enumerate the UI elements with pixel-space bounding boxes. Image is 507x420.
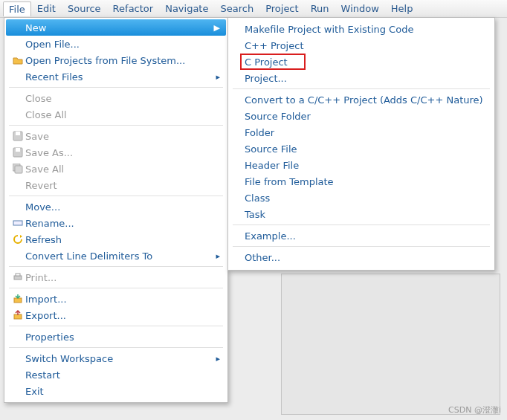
submenu-arrow-icon: ▸: [216, 354, 220, 364]
menu-item-save-as: Save As...: [4, 144, 227, 161]
menu-item-label: Header File: [245, 160, 487, 171]
menu-item-open-projects[interactable]: Open Projects from File System...: [4, 52, 227, 68]
submenu-item-cpp-project[interactable]: C++ Project: [228, 37, 494, 54]
menu-run[interactable]: Run: [305, 1, 335, 16]
file-menu-dropdown: New ▶ Open File... Open Projects from Fi…: [4, 17, 228, 403]
menubar: File Edit Source Refactor Navigate Searc…: [0, 0, 507, 18]
menu-item-close: Close: [4, 90, 227, 106]
svg-rect-6: [13, 221, 22, 225]
save-icon: [10, 131, 25, 141]
menu-separator: [233, 224, 490, 225]
menu-separator: [9, 196, 223, 196]
menu-item-label: Recent Files: [25, 71, 216, 83]
menu-item-restart[interactable]: Restart: [4, 366, 227, 383]
menu-item-label: Example...: [245, 230, 487, 242]
menu-separator: [9, 125, 223, 126]
menu-separator: [9, 326, 223, 326]
menu-item-new[interactable]: New ▶: [6, 19, 226, 36]
refresh-icon: [10, 234, 25, 245]
menu-separator: [233, 88, 490, 89]
menu-item-move[interactable]: Move...: [4, 198, 227, 215]
menu-item-label: Project...: [245, 73, 487, 84]
submenu-item-class[interactable]: Class: [228, 190, 494, 206]
menu-item-switch-workspace[interactable]: Switch Workspace ▸: [4, 350, 227, 366]
menu-item-label: Other...: [245, 252, 487, 263]
menu-item-label: Properties: [25, 332, 220, 343]
svg-rect-8: [16, 274, 20, 276]
menu-separator: [9, 266, 223, 267]
svg-rect-7: [14, 276, 22, 280]
submenu-item-source-file[interactable]: Source File: [228, 140, 494, 157]
save-as-icon: [10, 147, 25, 158]
svg-rect-1: [16, 132, 20, 135]
menu-navigate[interactable]: Navigate: [159, 1, 214, 16]
menu-separator: [233, 246, 490, 247]
menu-item-label: Revert: [25, 180, 220, 191]
submenu-item-folder[interactable]: Folder: [228, 124, 494, 140]
menu-item-label: Restart: [25, 369, 220, 381]
import-icon: [10, 294, 25, 304]
menu-item-label: New: [25, 22, 214, 33]
menu-item-rename[interactable]: Rename...: [4, 215, 227, 231]
menu-item-convert-delimiters[interactable]: Convert Line Delimiters To ▸: [4, 248, 227, 264]
menu-source[interactable]: Source: [62, 1, 107, 16]
menu-item-save-all: Save All: [4, 161, 227, 177]
menu-file[interactable]: File: [3, 1, 31, 16]
menu-item-label: Class: [245, 193, 487, 204]
menu-item-label: Open Projects from File System...: [25, 55, 220, 66]
editor-pane: [281, 274, 500, 415]
menu-item-label: Convert to a C/C++ Project (Adds C/C++ N…: [245, 94, 487, 106]
menu-item-refresh[interactable]: Refresh: [4, 231, 227, 248]
save-all-icon: [10, 164, 25, 174]
submenu-item-example[interactable]: Example...: [228, 227, 494, 244]
menu-item-label: Open File...: [25, 39, 220, 50]
submenu-item-source-folder[interactable]: Source Folder: [228, 108, 494, 124]
menu-item-label: Rename...: [25, 218, 220, 229]
menu-item-label: Task: [245, 209, 487, 220]
menu-item-label: Move...: [25, 201, 220, 213]
rename-icon: [10, 219, 25, 227]
submenu-item-convert-c[interactable]: Convert to a C/C++ Project (Adds C/C++ N…: [228, 91, 494, 108]
menu-item-revert: Revert: [4, 177, 227, 193]
folder-open-icon: [10, 56, 25, 65]
menu-item-open-file[interactable]: Open File...: [4, 36, 227, 52]
menu-item-label: Save As...: [25, 147, 220, 158]
menu-item-label: File from Template: [245, 176, 487, 187]
menu-item-save: Save: [4, 128, 227, 144]
submenu-arrow-icon: ▸: [216, 251, 220, 261]
menu-separator: [9, 347, 223, 348]
menu-window[interactable]: Window: [335, 1, 385, 16]
menu-item-label: Export...: [25, 310, 220, 321]
menu-item-import[interactable]: Import...: [4, 291, 227, 307]
menu-edit[interactable]: Edit: [31, 1, 62, 16]
menu-item-label: Convert Line Delimiters To: [25, 251, 216, 262]
menu-item-properties[interactable]: Properties: [4, 329, 227, 345]
menu-item-label: C++ Project: [245, 40, 487, 51]
submenu-item-other[interactable]: Other...: [228, 249, 494, 265]
submenu-item-task[interactable]: Task: [228, 206, 494, 222]
menu-item-label: Switch Workspace: [25, 353, 216, 364]
submenu-item-file-from-template[interactable]: File from Template: [228, 173, 494, 190]
menu-search[interactable]: Search: [214, 1, 259, 16]
menu-help[interactable]: Help: [385, 1, 419, 16]
svg-rect-5: [15, 166, 22, 173]
submenu-item-c-project[interactable]: C Project: [228, 54, 494, 70]
submenu-item-header-file[interactable]: Header File: [228, 157, 494, 173]
menu-item-label: Close All: [25, 109, 220, 120]
menu-item-label: Import...: [25, 294, 220, 305]
menu-separator: [9, 288, 223, 288]
menu-refactor[interactable]: Refactor: [107, 1, 160, 16]
menu-item-label: Save All: [25, 164, 220, 175]
svg-rect-3: [16, 148, 20, 152]
menu-item-close-all: Close All: [4, 106, 227, 123]
menu-item-label: Exit: [25, 386, 220, 397]
submenu-item-project[interactable]: Project...: [228, 70, 494, 86]
submenu-item-makefile-project[interactable]: Makefile Project with Existing Code: [228, 21, 494, 37]
menu-item-export[interactable]: Export...: [4, 307, 227, 323]
menu-item-exit[interactable]: Exit: [4, 383, 227, 399]
menu-item-label: Source Folder: [245, 111, 487, 122]
menu-item-recent-files[interactable]: Recent Files ▸: [4, 68, 227, 85]
menu-item-label: Refresh: [25, 234, 220, 245]
menu-project[interactable]: Project: [259, 1, 304, 16]
menu-separator: [9, 87, 223, 88]
